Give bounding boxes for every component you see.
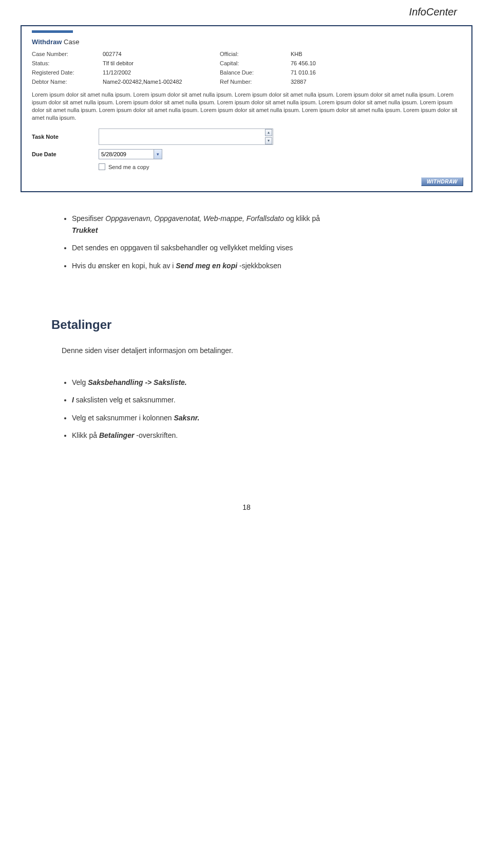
button-bar: WITHDRAW bbox=[25, 174, 468, 188]
panel-title-rest: Case bbox=[64, 38, 79, 46]
case-fields-grid: Case Number: 002774 Official: KHB Status… bbox=[25, 51, 468, 89]
b3-pre: Hvis du ønsker en kopi, huk av i bbox=[72, 262, 176, 270]
b2-rest: sakslisten velg et saksnummer. bbox=[76, 396, 176, 404]
list-item: Velg et saksnummer i kolonnen Saksnr. bbox=[72, 412, 452, 423]
due-date-input[interactable]: ▾ bbox=[99, 149, 162, 159]
status-value: Tlf til debitor bbox=[103, 60, 216, 66]
b3-ital: Send meg en kopi bbox=[176, 262, 237, 270]
scroll-up-icon[interactable]: ▴ bbox=[265, 129, 272, 136]
b1-bold: Trukket bbox=[72, 226, 98, 234]
case-number-value: 002774 bbox=[103, 51, 216, 57]
b2-ital: I bbox=[72, 396, 74, 404]
b1-pre: Velg bbox=[72, 378, 88, 386]
task-note-label: Task Note bbox=[32, 134, 99, 140]
section-intro: Denne siden viser detaljert informasjon … bbox=[62, 345, 452, 356]
due-date-row: Due Date ▾ bbox=[25, 147, 468, 161]
ref-number-label: Ref Number: bbox=[220, 79, 287, 85]
list-item: Velg Saksbehandling -> Saksliste. bbox=[72, 377, 452, 388]
list-item: Hvis du ønsker en kopi, huk av i Send me… bbox=[72, 260, 452, 271]
ref-number-value: 32887 bbox=[291, 79, 373, 85]
panel-inner: Withdraw Case Case Number: 002774 Offici… bbox=[25, 30, 468, 188]
panel-title-bold: Withdraw bbox=[32, 38, 62, 46]
instructions-list-1: Spesifiser Oppgavenavn, Oppgavenotat, We… bbox=[62, 213, 452, 271]
b3-pre: Velg et saksnummer i kolonnen bbox=[72, 414, 174, 422]
official-value: KHB bbox=[291, 51, 373, 57]
case-number-label: Case Number: bbox=[32, 51, 99, 57]
debtor-name-value: Name2-002482,Name1-002482 bbox=[103, 79, 216, 85]
withdraw-button[interactable]: WITHDRAW bbox=[421, 177, 463, 186]
list-item: Klikk på Betalinger -overskriften. bbox=[72, 430, 452, 441]
official-label: Official: bbox=[220, 51, 287, 57]
debtor-name-label: Debtor Name: bbox=[32, 79, 99, 85]
list-item: Det sendes en oppgaven til saksbehandler… bbox=[72, 242, 452, 253]
scroll-down-icon[interactable]: ▾ bbox=[265, 137, 272, 144]
balance-due-label: Balance Due: bbox=[220, 69, 287, 76]
send-copy-label: Send me a copy bbox=[108, 164, 149, 170]
b1-pre: Spesifiser bbox=[72, 214, 105, 223]
b4-ital: Betalinger bbox=[99, 431, 134, 439]
textarea-scrollbar[interactable]: ▴ ▾ bbox=[264, 129, 273, 144]
b3-post: -sjekkboksen bbox=[239, 262, 281, 270]
capital-label: Capital: bbox=[220, 60, 287, 66]
status-label: Status: bbox=[32, 60, 99, 66]
registered-date-label: Registered Date: bbox=[32, 69, 99, 76]
page-number: 18 bbox=[0, 503, 493, 527]
section-title-betalinger: Betalinger bbox=[51, 318, 452, 332]
list-item: I sakslisten velg et saksnummer. bbox=[72, 394, 452, 405]
document-body: Spesifiser Oppgavenavn, Oppgavenotat, We… bbox=[0, 192, 493, 441]
due-date-field[interactable] bbox=[99, 150, 154, 159]
date-dropdown-icon[interactable]: ▾ bbox=[154, 150, 162, 159]
description-text: Lorem ipsum dolor sit amet nulla ipsum. … bbox=[25, 89, 468, 126]
send-copy-checkbox[interactable] bbox=[99, 163, 105, 170]
task-note-input[interactable]: ▴ ▾ bbox=[99, 128, 273, 145]
b1-mid: og klikk på bbox=[286, 214, 320, 223]
capital-value: 76 456.10 bbox=[291, 60, 373, 66]
accent-bar bbox=[32, 30, 73, 33]
b1-ital: Oppgavenavn, Oppgavenotat, Web-mappe, Fo… bbox=[105, 214, 284, 223]
withdraw-case-panel: Withdraw Case Case Number: 002774 Offici… bbox=[21, 25, 472, 192]
b1-ital: Saksbehandling -> Saksliste. bbox=[88, 378, 187, 386]
list-item: Spesifiser Oppgavenavn, Oppgavenotat, We… bbox=[72, 213, 452, 236]
task-note-row: Task Note ▴ ▾ bbox=[25, 126, 468, 147]
send-copy-row: Send me a copy bbox=[25, 161, 468, 174]
instructions-list-2: Velg Saksbehandling -> Saksliste. I saks… bbox=[62, 377, 452, 441]
b3-ital: Saksnr. bbox=[174, 414, 199, 422]
registered-date-value: 11/12/2002 bbox=[103, 69, 216, 76]
due-date-label: Due Date bbox=[32, 151, 99, 157]
panel-title: Withdraw Case bbox=[25, 37, 468, 51]
b4-post: -overskriften. bbox=[136, 431, 178, 439]
page-header-title: InfoCenter bbox=[0, 0, 493, 22]
b4-pre: Klikk på bbox=[72, 431, 99, 439]
balance-due-value: 71 010.16 bbox=[291, 69, 373, 76]
